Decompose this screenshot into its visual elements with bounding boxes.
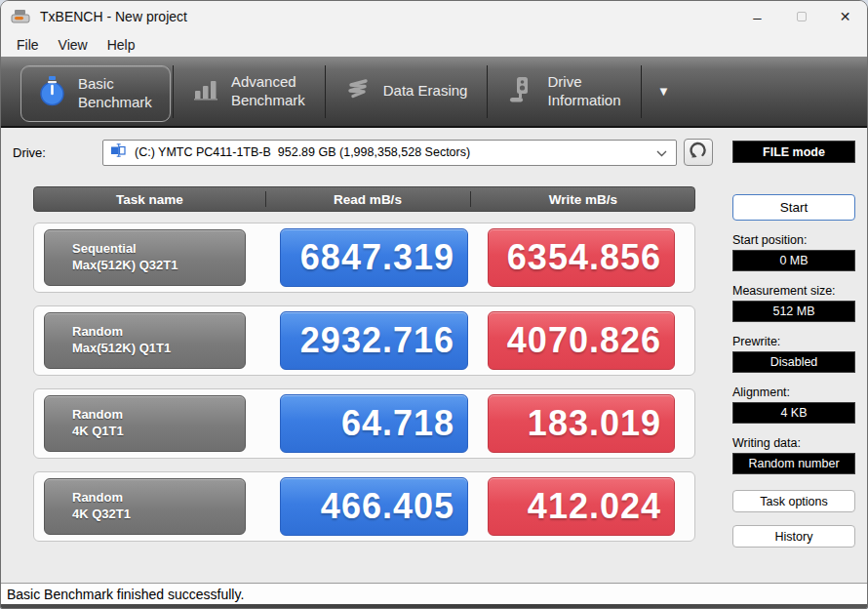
write-value-box: 183.019	[488, 394, 675, 453]
bar-chart-icon	[193, 77, 218, 106]
maximize-button[interactable]	[779, 1, 823, 32]
drive-row: Drive: (C:) YMTC PC411-1TB-B 952.89 GB (…	[13, 139, 723, 166]
tab-advanced-benchmark[interactable]: AdvancedBenchmark	[176, 64, 323, 119]
toolbar-separator	[487, 65, 488, 118]
task-button-random-max[interactable]: Random Max(512K) Q1T1	[44, 312, 246, 369]
close-button[interactable]: ✕	[823, 1, 867, 32]
window-title: TxBENCH - New project	[40, 9, 187, 24]
read-value-box: 466.405	[280, 477, 468, 536]
toolbar: BasicBenchmark AdvancedBenchmark	[1, 57, 867, 128]
status-text: Basic Benchmark finished successfully.	[7, 587, 244, 602]
triangle-down-icon: ▼	[657, 84, 670, 99]
alignment-label: Alignment:	[732, 386, 855, 399]
task-button-random-4k-q32t1[interactable]: Random 4K Q32T1	[44, 478, 246, 535]
eraser-scribble-icon	[345, 77, 371, 106]
tab-basic-benchmark-label: BasicBenchmark	[78, 75, 152, 111]
menu-item-view[interactable]: View	[49, 35, 98, 55]
drive-select[interactable]: (C:) YMTC PC411-1TB-B 952.89 GB (1,998,3…	[102, 140, 677, 166]
stopwatch-icon	[39, 76, 65, 111]
history-button[interactable]: History	[732, 525, 855, 548]
measurement-size-label: Measurement size:	[732, 284, 855, 298]
benchmark-results: Task name Read mB/s Write mB/s Sequentia…	[33, 186, 695, 542]
writing-data-label: Writing data:	[732, 436, 855, 450]
write-value-box: 6354.856	[488, 228, 675, 287]
header-read-mbs: Read mB/s	[265, 187, 470, 211]
prewrite-label: Prewrite:	[732, 335, 855, 348]
maximize-icon	[797, 12, 807, 21]
start-button[interactable]: Start	[732, 194, 855, 221]
menubar: File View Help	[1, 32, 867, 57]
tab-basic-benchmark[interactable]: BasicBenchmark	[20, 65, 171, 122]
minimize-button[interactable]: –	[735, 1, 779, 32]
measurement-size-value[interactable]: 512 MB	[732, 301, 855, 322]
toolbar-separator	[641, 65, 642, 118]
start-position-label: Start position:	[732, 233, 855, 247]
app-window: TxBENCH - New project – ✕ File View Help…	[0, 0, 868, 609]
toolbar-more-button[interactable]: ▼	[644, 64, 685, 119]
tab-drive-information-label: DriveInformation	[547, 73, 620, 109]
refresh-icon	[690, 142, 707, 163]
content-area: Drive: (C:) YMTC PC411-1TB-B 952.89 GB (…	[1, 128, 867, 583]
app-icon	[11, 8, 32, 25]
writing-data-value[interactable]: Random number	[732, 453, 855, 474]
task-options-button[interactable]: Task options	[732, 490, 855, 512]
drive-partition-icon	[110, 143, 128, 161]
refresh-drives-button[interactable]	[684, 139, 713, 166]
table-row: Random 4K Q1T1 64.718 183.019	[33, 388, 695, 459]
drive-icon	[507, 76, 534, 107]
write-value-box: 4070.826	[488, 311, 675, 370]
menu-item-help[interactable]: Help	[98, 35, 145, 55]
window-titlebar: TxBENCH - New project – ✕	[1, 1, 867, 32]
table-row: Random Max(512K) Q1T1 2932.716 4070.826	[33, 305, 695, 376]
read-value-box: 64.718	[280, 394, 468, 453]
read-value-box: 6847.319	[280, 228, 468, 287]
toolbar-separator	[173, 65, 174, 118]
read-value-box: 2932.716	[280, 311, 468, 370]
sidebar: FILE mode Start Start position: 0 MB Mea…	[723, 128, 868, 583]
chevron-down-icon	[656, 143, 667, 161]
tab-data-erasing[interactable]: Data Erasing	[328, 64, 486, 119]
tab-drive-information[interactable]: DriveInformation	[490, 64, 638, 119]
table-row: Sequential Max(512K) Q32T1 6847.319 6354…	[33, 223, 695, 293]
table-row: Random 4K Q32T1 466.405 412.024	[33, 471, 695, 542]
window-bottom-edge	[1, 604, 867, 608]
drive-selected-value: (C:) YMTC PC411-1TB-B 952.89 GB (1,998,3…	[135, 145, 656, 159]
header-write-mbs: Write mB/s	[470, 187, 696, 211]
task-button-sequential-max[interactable]: Sequential Max(512K) Q32T1	[44, 229, 246, 286]
main-panel: Drive: (C:) YMTC PC411-1TB-B 952.89 GB (…	[1, 128, 723, 583]
statusbar: Basic Benchmark finished successfully.	[1, 583, 867, 604]
toolbar-separator	[325, 65, 326, 118]
task-button-random-4k-q1t1[interactable]: Random 4K Q1T1	[44, 395, 246, 452]
start-position-value[interactable]: 0 MB	[732, 250, 855, 271]
results-table-header: Task name Read mB/s Write mB/s	[33, 186, 695, 212]
menu-item-file[interactable]: File	[7, 35, 49, 55]
header-task-name: Task name	[34, 187, 265, 211]
alignment-value[interactable]: 4 KB	[732, 402, 855, 424]
drive-label: Drive:	[13, 145, 102, 160]
write-value-box: 412.024	[488, 477, 675, 536]
tab-advanced-benchmark-label: AdvancedBenchmark	[231, 73, 305, 109]
tab-data-erasing-label: Data Erasing	[383, 82, 468, 100]
prewrite-value[interactable]: Disabled	[732, 351, 855, 373]
file-mode-button[interactable]: FILE mode	[732, 141, 855, 163]
